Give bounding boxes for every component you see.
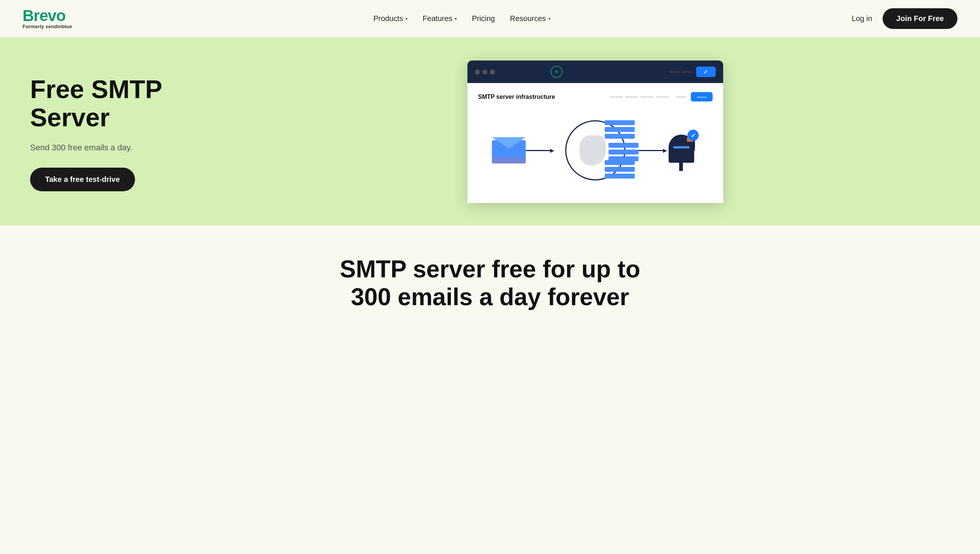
mailbox-check-badge: ✓ [687,130,699,141]
server-stack-bot [605,160,635,178]
bottom-section: SMTP server free for up to 300 emails a … [0,226,980,341]
hero-title: Free SMTP Server [30,75,218,132]
logo: Brevo Formerly sendinblue [22,8,72,29]
browser-maximize-icon [682,72,693,73]
browser-bar: ✦ ✓ [467,60,723,83]
browser-dot-3 [490,70,495,75]
header-line-1 [610,96,623,98]
envelope-flap [492,137,526,148]
hero-subtitle: Send 300 free emails a day. [30,143,218,153]
mailbox-slot [673,146,690,148]
browser-minimize-icon [669,72,680,73]
smtp-header-controls: —— [610,92,712,102]
server-rack-4 [609,143,639,148]
globe-continent [580,135,606,166]
server-stack-top [605,120,635,138]
hero-cta-button[interactable]: Take a free test-drive [30,168,135,191]
arrow-1: ▶ [526,150,552,151]
join-button[interactable]: Join For Free [883,8,958,29]
envelope-icon [492,137,526,164]
browser-dot-1 [475,70,480,75]
browser-content: SMTP server infrastructure —— [467,83,723,203]
hero-section: Free SMTP Server Send 300 free emails a … [0,38,980,226]
server-rack-3 [605,134,635,138]
server-stack-mid [609,143,639,161]
logo-formerly: Formerly sendinblue [22,24,72,29]
browser-dots [475,70,495,75]
header-line-2 [625,96,638,98]
header-line-right [676,96,686,98]
nav-features[interactable]: Features ▾ [423,14,457,23]
nav-menu: Products ▾ Features ▾ Pricing Resources … [373,14,551,23]
nav-resources[interactable]: Resources ▾ [510,14,551,23]
arrow-2: ▶ [639,150,665,151]
mailbox-group: ✓ [665,130,699,171]
logo-brand[interactable]: Brevo [22,8,72,24]
server-rack-1 [605,120,635,125]
header-line-4 [656,96,669,98]
smtp-diagram: ▶ [478,113,712,188]
products-chevron-icon: ▾ [405,16,408,21]
globe-server-cluster [552,116,639,184]
browser-dot-2 [483,70,488,75]
login-button[interactable]: Log in [852,14,872,23]
checkmark-icon: ✓ [704,69,708,75]
nav-products[interactable]: Products ▾ [373,14,408,23]
navbar: Brevo Formerly sendinblue Products ▾ Fea… [0,0,980,38]
bottom-title: SMTP server free for up to 300 emails a … [321,256,659,311]
smtp-action-button[interactable]: —— [691,92,712,102]
browser-confirm-button[interactable]: ✓ [696,67,715,77]
server-rack-9 [605,174,635,178]
browser-window-actions: ✓ [669,67,715,77]
hero-illustration: ✦ ✓ SMTP server infrastructure [241,60,950,203]
resources-chevron-icon: ▾ [548,16,551,21]
smtp-header: SMTP server infrastructure —— [478,92,712,102]
mailbox-post [679,161,683,171]
navbar-actions: Log in Join For Free [852,8,958,29]
smtp-envelope-group [492,137,526,164]
server-rack-8 [605,167,635,172]
server-rack-2 [605,127,635,132]
server-rack-7 [605,160,635,165]
hero-content: Free SMTP Server Send 300 free emails a … [30,60,218,214]
server-rack-5 [609,150,639,154]
features-chevron-icon: ▾ [455,16,457,21]
nav-pricing[interactable]: Pricing [472,14,495,23]
envelope-shadow [492,158,526,164]
smtp-panel-title: SMTP server infrastructure [478,94,555,100]
browser-logo-icon: ✦ [551,66,563,78]
browser-mockup: ✦ ✓ SMTP server infrastructure [467,60,723,203]
header-line-3 [641,96,653,98]
smtp-header-lines [610,96,669,98]
